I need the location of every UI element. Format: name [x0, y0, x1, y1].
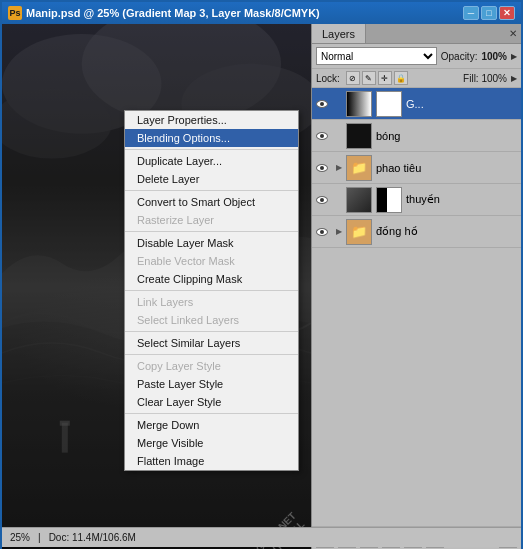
layer-thumbnail: 📁 — [346, 219, 372, 245]
layer-mask-thumbnail — [376, 91, 402, 117]
minimize-button[interactable]: ─ — [463, 6, 479, 20]
layer-name: thuyền — [406, 193, 519, 206]
layer-item[interactable]: thuyền — [312, 184, 521, 216]
ctx-separator-6 — [125, 354, 298, 355]
layer-thumbnail — [346, 91, 372, 117]
svg-rect-9 — [60, 421, 70, 426]
window-controls: ─ □ ✕ — [463, 6, 515, 20]
ctx-delete-layer[interactable]: Delete Layer — [125, 170, 298, 188]
ctx-disable-layer-mask[interactable]: Disable Layer Mask — [125, 234, 298, 252]
ctx-layer-properties[interactable]: Layer Properties... — [125, 111, 298, 129]
lock-row: Lock: ⊘ ✎ ✛ 🔒 Fill: 100% ▶ — [312, 69, 521, 88]
eye-icon — [316, 164, 328, 172]
main-window: Ps Manip.psd @ 25% (Gradient Map 3, Laye… — [0, 0, 523, 549]
ctx-separator-5 — [125, 331, 298, 332]
eye-icon — [316, 228, 328, 236]
zoom-level: 25% — [10, 532, 30, 543]
layer-name: đồng hồ — [376, 225, 519, 238]
layer-mask-thumbnail — [376, 187, 402, 213]
layer-thumbnail: 📁 — [346, 155, 372, 181]
opacity-arrow[interactable]: ▶ — [511, 52, 517, 61]
blend-mode-row: Normal Multiply Screen Opacity: 100% ▶ — [312, 44, 521, 69]
ctx-blending-options[interactable]: Blending Options... — [125, 129, 298, 147]
ctx-duplicate-layer[interactable]: Duplicate Layer... — [125, 152, 298, 170]
window-title: Manip.psd @ 25% (Gradient Map 3, Layer M… — [26, 7, 463, 19]
layer-thumbnail — [346, 123, 372, 149]
layer-name: G... — [406, 98, 519, 110]
eye-icon — [316, 196, 328, 204]
layer-name: bóng — [376, 130, 519, 142]
opacity-label: Opacity: — [441, 51, 478, 62]
ctx-select-linked-layers: Select Linked Layers — [125, 311, 298, 329]
panel-close-button[interactable]: ✕ — [509, 28, 517, 39]
ctx-select-similar-layers[interactable]: Select Similar Layers — [125, 334, 298, 352]
panel-tab-bar: Layers ✕ — [312, 24, 521, 44]
layer-item[interactable]: bóng — [312, 120, 521, 152]
layers-panel: Layers ✕ Normal Multiply Screen Opacity:… — [311, 24, 521, 549]
title-bar: Ps Manip.psd @ 25% (Gradient Map 3, Laye… — [2, 2, 521, 24]
ctx-flatten-image[interactable]: Flatten Image — [125, 452, 298, 470]
lock-label: Lock: — [316, 73, 340, 84]
context-menu: Layer Properties... Blending Options... … — [124, 110, 299, 471]
layer-visibility-toggle[interactable] — [314, 96, 330, 112]
layer-visibility-toggle[interactable] — [314, 128, 330, 144]
ctx-separator-4 — [125, 290, 298, 291]
ctx-enable-vector-mask: Enable Vector Mask — [125, 252, 298, 270]
ctx-paste-layer-style[interactable]: Paste Layer Style — [125, 375, 298, 393]
ctx-link-layers: Link Layers — [125, 293, 298, 311]
eye-icon — [316, 100, 328, 108]
layer-visibility-toggle[interactable] — [314, 160, 330, 176]
layer-item[interactable]: ▶ 📁 phao tiêu — [312, 152, 521, 184]
ctx-merge-visible[interactable]: Merge Visible — [125, 434, 298, 452]
layer-thumbnail — [346, 187, 372, 213]
layer-visibility-toggle[interactable] — [314, 224, 330, 240]
lock-move-icon[interactable]: ✛ — [378, 71, 392, 85]
close-button[interactable]: ✕ — [499, 6, 515, 20]
app-icon: Ps — [8, 6, 22, 20]
ctx-copy-layer-style: Copy Layer Style — [125, 357, 298, 375]
ctx-create-clipping-mask[interactable]: Create Clipping Mask — [125, 270, 298, 288]
layer-item[interactable]: ▶ 📁 đồng hồ — [312, 216, 521, 248]
ctx-separator-2 — [125, 190, 298, 191]
ctx-rasterize-layer: Rasterize Layer — [125, 211, 298, 229]
ctx-convert-smart-object[interactable]: Convert to Smart Object — [125, 193, 298, 211]
lock-transparent-icon[interactable]: ⊘ — [346, 71, 360, 85]
ctx-separator-1 — [125, 149, 298, 150]
maximize-button[interactable]: □ — [481, 6, 497, 20]
doc-size: Doc: 11.4M/106.6M — [49, 532, 136, 543]
status-bar: 25% | Doc: 11.4M/106.6M — [2, 527, 521, 547]
layers-tab[interactable]: Layers — [312, 24, 366, 43]
svg-rect-8 — [62, 423, 68, 453]
layer-name: phao tiêu — [376, 162, 519, 174]
lock-all-icon[interactable]: 🔒 — [394, 71, 408, 85]
blend-mode-select[interactable]: Normal Multiply Screen — [316, 47, 437, 65]
layer-visibility-toggle[interactable] — [314, 192, 330, 208]
ctx-merge-down[interactable]: Merge Down — [125, 416, 298, 434]
ctx-clear-layer-style[interactable]: Clear Layer Style — [125, 393, 298, 411]
layer-item[interactable]: G... — [312, 88, 521, 120]
fill-label: Fill: 100% — [463, 73, 507, 84]
lock-paint-icon[interactable]: ✎ — [362, 71, 376, 85]
layer-expand-button[interactable]: ▶ — [332, 163, 346, 172]
layer-expand-button[interactable]: ▶ — [332, 227, 346, 236]
layers-list: G... bóng ▶ 📁 — [312, 88, 521, 526]
opacity-value: 100% — [481, 51, 507, 62]
ctx-separator-7 — [125, 413, 298, 414]
eye-icon — [316, 132, 328, 140]
ctx-separator-3 — [125, 231, 298, 232]
lock-icons: ⊘ ✎ ✛ 🔒 — [346, 71, 408, 85]
fill-arrow[interactable]: ▶ — [511, 74, 517, 83]
